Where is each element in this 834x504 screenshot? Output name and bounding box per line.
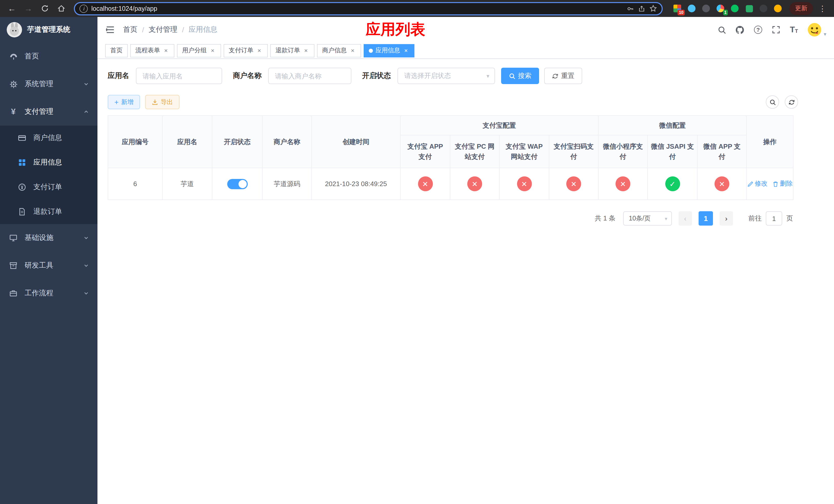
page-1-button[interactable]: 1 <box>699 211 713 226</box>
extension-icon-4[interactable]: 1 <box>716 4 725 13</box>
tab-label: 流程表单 <box>135 46 160 55</box>
search-icon[interactable] <box>717 25 727 35</box>
fullscreen-icon[interactable] <box>771 25 781 35</box>
prev-page-button[interactable]: ‹ <box>679 211 692 226</box>
sidebar-item-workflow[interactable]: 工作流程 <box>0 279 97 307</box>
next-page-button[interactable]: › <box>720 211 733 226</box>
merchant-name-label: 商户名称 <box>233 71 262 81</box>
page-title: 应用列表 <box>366 20 425 40</box>
extension-badge: 10 <box>678 10 685 15</box>
home-icon <box>57 5 65 12</box>
sidebar-item-label: 应用信息 <box>33 158 62 167</box>
tab-user-group[interactable]: 用户分组✕ <box>177 44 221 57</box>
page-size-select[interactable]: 10条/页 ▾ <box>623 211 672 226</box>
sidebar-item-payment[interactable]: ¥ 支付管理 <box>0 98 97 125</box>
font-size-icon[interactable]: TT <box>789 25 799 35</box>
goto-page-input[interactable] <box>766 211 782 226</box>
pagination-total: 共 1 条 <box>595 214 615 223</box>
tab-pay-order[interactable]: 支付订单✕ <box>224 44 268 57</box>
extension-icon-1[interactable]: 10 <box>673 4 682 13</box>
close-tab-icon[interactable]: ✕ <box>303 47 309 54</box>
status-cross-icon: ✕ <box>418 176 433 191</box>
table-row: 6 芋道 芋道源码 2021-10-23 08:49:25 ✕ ✕ ✕ ✕ ✕ <box>108 168 793 200</box>
enabled-toggle[interactable] <box>227 179 247 189</box>
refresh-icon <box>552 72 558 79</box>
browser-menu-icon[interactable]: ⋮ <box>816 4 829 13</box>
sidebar-item-dev-tools[interactable]: 研发工具 <box>0 252 97 279</box>
sidebar-item-pay-order[interactable]: 支付订单 <box>0 175 97 200</box>
bookmark-star-icon[interactable] <box>647 3 659 14</box>
tab-process-form[interactable]: 流程表单✕ <box>130 44 174 57</box>
reload-button[interactable] <box>38 2 51 15</box>
card-icon <box>18 133 27 142</box>
chevron-down-icon: ▾ <box>665 215 667 221</box>
cell-actions: 修改 删除 <box>747 168 793 200</box>
close-tab-icon[interactable]: ✕ <box>256 47 263 54</box>
chevron-down-icon <box>84 263 89 268</box>
toolbox-icon <box>9 261 18 270</box>
show-search-toggle-button[interactable] <box>766 95 779 109</box>
close-tab-icon[interactable]: ✕ <box>162 47 169 54</box>
refresh-table-button[interactable] <box>785 95 798 109</box>
status-cross-icon: ✕ <box>566 176 581 191</box>
password-key-icon[interactable] <box>625 3 636 14</box>
address-bar[interactable]: i localhost:1024/pay/app <box>74 2 663 15</box>
extension-icon-5[interactable] <box>730 4 739 13</box>
export-button[interactable]: 导出 <box>145 95 179 109</box>
extension-icon-8[interactable] <box>773 4 782 13</box>
breadcrumb-separator: / <box>182 26 184 34</box>
user-menu[interactable]: ▾ <box>807 22 826 38</box>
close-tab-icon[interactable]: ✕ <box>403 47 409 54</box>
close-tab-icon[interactable]: ✕ <box>349 47 356 54</box>
col-alipay-app: 支付宝 APP 支付 <box>400 135 450 168</box>
home-button[interactable] <box>54 2 68 15</box>
tab-merchant-info[interactable]: 商户信息✕ <box>317 44 361 57</box>
merchant-name-input[interactable] <box>268 68 351 84</box>
cell-wechat-lite: ✕ <box>598 168 648 200</box>
refresh-icon <box>788 99 795 105</box>
extension-icon-2[interactable] <box>687 4 696 13</box>
search-icon <box>509 72 515 79</box>
sidebar-item-refund-order[interactable]: 退款订单 <box>0 200 97 224</box>
forward-button[interactable]: → <box>22 2 35 15</box>
col-alipay-wap: 支付宝 WAP 网站支付 <box>499 135 549 168</box>
share-icon[interactable] <box>636 3 647 14</box>
search-button[interactable]: 搜索 <box>501 68 539 84</box>
extension-icon-3[interactable] <box>702 4 710 13</box>
col-merchant: 商户名称 <box>262 116 312 168</box>
sidebar-item-system[interactable]: 系统管理 <box>0 70 97 98</box>
back-button[interactable]: ← <box>5 2 19 15</box>
help-icon[interactable]: ? <box>753 25 763 35</box>
browser-update-button[interactable]: 更新 <box>789 2 813 15</box>
extension-icon-6[interactable] <box>745 4 753 13</box>
extension-icon-7[interactable] <box>759 4 768 13</box>
tab-home[interactable]: 首页 <box>105 44 128 57</box>
close-tab-icon[interactable]: ✕ <box>209 47 216 54</box>
pagination-goto: 前往 页 <box>748 211 793 226</box>
breadcrumb-separator: / <box>142 26 144 34</box>
github-icon[interactable] <box>735 25 745 35</box>
sidebar-item-merchant-info[interactable]: 商户信息 <box>0 125 97 150</box>
add-button[interactable]: + 新增 <box>108 95 140 109</box>
tab-refund-order[interactable]: 退款订单✕ <box>270 44 314 57</box>
sidebar-item-app-info[interactable]: 应用信息 <box>0 150 97 175</box>
delete-link[interactable]: 删除 <box>772 180 793 188</box>
sidebar-item-infrastructure[interactable]: 基础设施 <box>0 224 97 252</box>
tab-app-info[interactable]: 应用信息✕ <box>364 44 414 57</box>
app-logo-row[interactable]: 芋道管理系统 <box>0 17 97 43</box>
site-info-icon[interactable]: i <box>80 4 88 13</box>
app-shell: 芋道管理系统 首页 系统管理 ¥ 支付管理 <box>0 17 834 504</box>
edit-link[interactable]: 修改 <box>747 180 768 188</box>
filter-form: 应用名 商户名称 开启状态 请选择开启状态 ▾ 搜索 重置 <box>108 68 824 84</box>
hamburger-icon[interactable] <box>105 25 115 35</box>
dark-circle-icon <box>702 5 710 12</box>
reset-button[interactable]: 重置 <box>544 68 582 84</box>
sidebar-item-home[interactable]: 首页 <box>0 43 97 70</box>
status-select[interactable]: 请选择开启状态 ▾ <box>397 68 495 84</box>
cell-merchant: 芋道源码 <box>262 168 312 200</box>
app-name-input[interactable] <box>136 68 222 84</box>
tab-label: 退款订单 <box>276 46 300 55</box>
table-tools <box>766 95 798 109</box>
breadcrumb-home[interactable]: 首页 <box>123 25 137 35</box>
breadcrumb-payment[interactable]: 支付管理 <box>149 25 177 35</box>
